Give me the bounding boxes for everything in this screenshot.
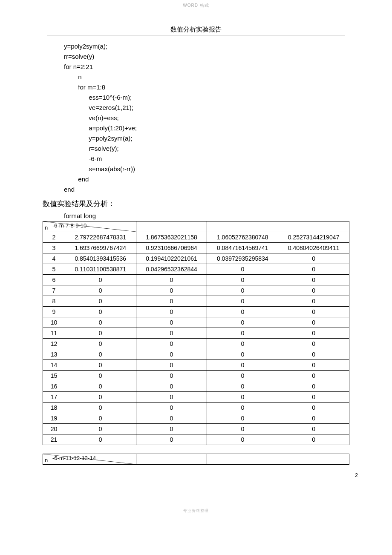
- watermark-top: WORD 格式: [0, 0, 392, 9]
- value-cell: 0: [278, 264, 349, 275]
- value-cell: 0: [207, 349, 278, 360]
- row-index-cell: 21: [43, 434, 65, 445]
- divider: [47, 35, 345, 35]
- value-cell: 0: [278, 317, 349, 328]
- header-bottom-label: n: [45, 457, 48, 463]
- value-cell: 0: [278, 371, 349, 381]
- value-cell: 0: [136, 413, 207, 424]
- row-index-cell: 8: [43, 296, 65, 307]
- value-cell: 0: [278, 285, 349, 296]
- value-cell: 0: [207, 392, 278, 403]
- table-row: 22.797226874783311.867536320211581.06052…: [43, 232, 349, 243]
- row-index-cell: 15: [43, 371, 65, 381]
- format-line: format long: [64, 212, 349, 219]
- value-cell: 0: [65, 307, 136, 317]
- table-row: 60000: [43, 275, 349, 285]
- row-index-cell: 4: [43, 253, 65, 264]
- value-cell: 0: [207, 264, 278, 275]
- value-cell: 0: [136, 349, 207, 360]
- row-index-cell: 7: [43, 285, 65, 296]
- value-cell: 0: [207, 403, 278, 413]
- row-index-cell: 11: [43, 328, 65, 339]
- row-index-cell: 13: [43, 349, 65, 360]
- value-cell: 0: [136, 381, 207, 392]
- value-cell: 0: [278, 253, 349, 264]
- header-block: 数值分析实验报告: [47, 26, 345, 35]
- value-cell: 0: [136, 307, 207, 317]
- header-cell: [278, 454, 349, 465]
- row-index-cell: 6: [43, 275, 65, 285]
- table-row: 140000: [43, 360, 349, 371]
- value-cell: 0: [278, 424, 349, 434]
- value-cell: 0: [207, 339, 278, 349]
- content: y=poly2sym(a); rr=solve(y) for n=2:21 n …: [43, 41, 349, 465]
- value-cell: 0.04296532362844: [136, 264, 207, 275]
- value-cell: 0: [136, 392, 207, 403]
- value-cell: 0: [207, 285, 278, 296]
- value-cell: 0: [207, 360, 278, 371]
- report-title: 数值分析实验报告: [47, 26, 345, 35]
- value-cell: 0: [65, 392, 136, 403]
- row-index-cell: 10: [43, 317, 65, 328]
- code-block: y=poly2sym(a); rr=solve(y) for n=2:21 n …: [64, 41, 349, 195]
- value-cell: 1.86753632021158: [136, 232, 207, 243]
- value-cell: 0: [136, 434, 207, 445]
- table-row: 70000: [43, 285, 349, 296]
- row-index-cell: 20: [43, 424, 65, 434]
- header-top-label: -6-m-7-8-9-10: [52, 222, 86, 229]
- value-cell: 0: [207, 296, 278, 307]
- value-cell: 0: [136, 275, 207, 285]
- header-cell: [278, 221, 349, 232]
- value-cell: 0: [65, 403, 136, 413]
- value-cell: 0: [65, 371, 136, 381]
- page-number: 2: [34, 472, 358, 478]
- header-diag-cell: -6-m-11-12-13-14 n: [43, 454, 136, 465]
- results-table-2: -6-m-11-12-13-14 n: [43, 454, 349, 465]
- row-index-cell: 14: [43, 360, 65, 371]
- value-cell: 0: [65, 285, 136, 296]
- row-index-cell: 16: [43, 381, 65, 392]
- header-diag-cell: -6-m-7-8-9-10n: [43, 221, 136, 232]
- table-row: 170000: [43, 392, 349, 403]
- value-cell: 0: [65, 275, 136, 285]
- value-cell: 2.79722687478331: [65, 232, 136, 243]
- value-cell: 0: [136, 424, 207, 434]
- value-cell: 0: [207, 434, 278, 445]
- value-cell: 0.08471614569741: [207, 243, 278, 253]
- row-index-cell: 9: [43, 307, 65, 317]
- value-cell: 0: [136, 360, 207, 371]
- value-cell: 0: [136, 285, 207, 296]
- value-cell: 0.92310666706964: [136, 243, 207, 253]
- value-cell: 0: [278, 349, 349, 360]
- table-row: 130000: [43, 349, 349, 360]
- value-cell: 0: [278, 392, 349, 403]
- value-cell: 0: [207, 317, 278, 328]
- value-cell: 0: [65, 381, 136, 392]
- table-row: 150000: [43, 371, 349, 381]
- results-table-1: -6-m-7-8-9-10n22.797226874783311.8675363…: [43, 221, 349, 445]
- table-row: 100000: [43, 317, 349, 328]
- table-row: 40.854013934155360.199410220210610.03972…: [43, 253, 349, 264]
- page: WORD 格式 数值分析实验报告 y=poly2sym(a); rr=solve…: [0, 0, 392, 514]
- value-cell: 0: [65, 328, 136, 339]
- value-cell: 0: [136, 371, 207, 381]
- value-cell: 0: [207, 371, 278, 381]
- value-cell: 0: [65, 349, 136, 360]
- value-cell: 0: [278, 403, 349, 413]
- header-top-label: -6-m-11-12-13-14: [52, 455, 96, 461]
- section-heading: 数值实验结果及分析：: [43, 199, 349, 209]
- value-cell: 0.03972935295834: [207, 253, 278, 264]
- value-cell: 0.25273144219047: [278, 232, 349, 243]
- value-cell: 0: [207, 328, 278, 339]
- value-cell: 0: [207, 413, 278, 424]
- value-cell: 0: [136, 317, 207, 328]
- value-cell: 0: [207, 381, 278, 392]
- table-row: 210000: [43, 434, 349, 445]
- value-cell: 0: [278, 275, 349, 285]
- table-row: 160000: [43, 381, 349, 392]
- row-index-cell: 2: [43, 232, 65, 243]
- value-cell: 0: [65, 413, 136, 424]
- value-cell: 0: [136, 328, 207, 339]
- header-cell: [207, 454, 278, 465]
- header-cell: [136, 454, 207, 465]
